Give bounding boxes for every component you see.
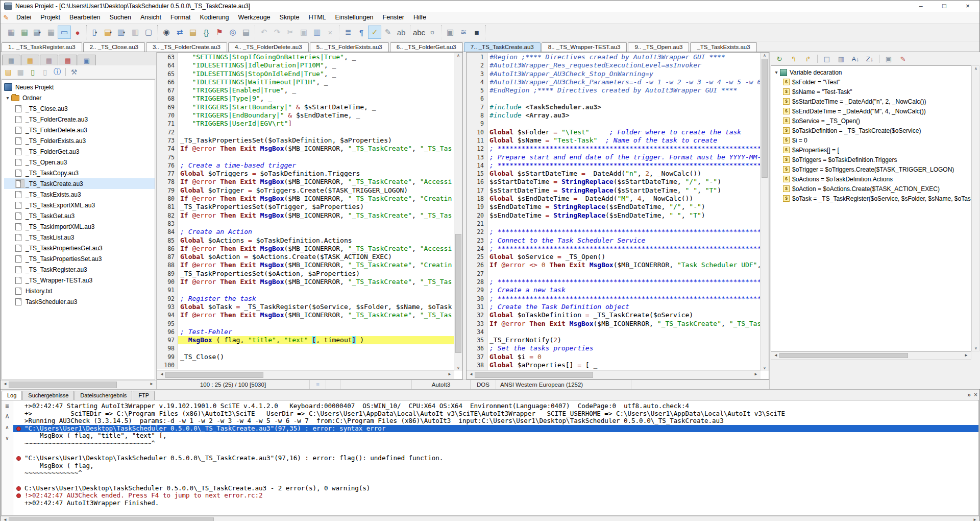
project-file-item[interactable]: _TS_TaskPropertiesSet.au3 <box>4 253 155 264</box>
project-file-item[interactable]: _TS_FolderDelete.au3 <box>4 125 155 135</box>
project-file-item[interactable]: _TS_TaskGet.au3 <box>4 210 155 221</box>
info-button[interactable]: ⓘ <box>52 66 63 78</box>
goto-brace-icon[interactable]: {} <box>200 26 213 39</box>
bookmark-icon[interactable]: ⚑ <box>213 26 226 39</box>
project-file-item[interactable]: _TS_Close.au3 <box>4 103 155 114</box>
project-file-item[interactable]: _TS_TaskImportXML.au3 <box>4 221 155 232</box>
log-output[interactable]: +>02:42:47 Starting AutoIt3Wrapper v.19.… <box>13 400 978 515</box>
menu-item-kodierung[interactable]: Kodierung <box>195 13 234 22</box>
project-file-item[interactable]: _TS_TaskCreate.au3 <box>4 178 155 189</box>
run-script-icon[interactable]: ▭ <box>58 26 71 39</box>
editor-left-hscrollbar[interactable]: ◄ ► <box>157 370 454 379</box>
menu-item-datei[interactable]: Datei <box>12 13 36 22</box>
variable-item[interactable]: $$oService = _TS_Open() <box>773 116 971 126</box>
scroll-left-icon[interactable]: ◄ <box>1 517 9 521</box>
file-tab[interactable]: 1.. _TS_TaskRegister.au3 <box>2 42 82 52</box>
menu-item-fenster[interactable]: Fenster <box>378 13 409 22</box>
variable-item[interactable]: $$i = 0 <box>773 135 971 145</box>
add-folder-button[interactable]: ▤ <box>3 66 14 78</box>
project-file-item[interactable]: _TS_TaskRegister.au3 <box>4 264 155 275</box>
special-char-icon[interactable]: ¤ <box>426 26 439 39</box>
scroll-down-icon[interactable]: ∨ <box>761 366 769 370</box>
dropdown-caret-icon[interactable]: ▾ <box>110 30 113 35</box>
log-expand-icon[interactable]: » <box>967 391 971 398</box>
file-tab[interactable]: 5.. _TS_FolderExists.au3 <box>310 42 389 52</box>
variables-vscrollbar[interactable]: ∧ ∨ <box>971 65 979 351</box>
open-file-icon[interactable]: ▤▾ <box>102 26 115 39</box>
editor-right[interactable]: 1#Region ;**** Directives created by Aut… <box>466 52 769 380</box>
file-tab[interactable]: _TS_TaskExists.au3 <box>690 42 756 52</box>
edit-vars-icon[interactable]: ✎ <box>896 53 910 64</box>
menu-item-hilfe[interactable]: Hilfe <box>409 13 431 22</box>
sort-desc-icon[interactable]: Z↓ <box>863 53 876 64</box>
chevron-down-icon[interactable]: ▾ <box>773 69 780 75</box>
menu-item-ansicht[interactable]: Ansicht <box>136 13 166 22</box>
settings-wrench-button[interactable]: ⚒ <box>68 66 80 78</box>
variable-item[interactable]: $$oTriggers = $oTaskDefinition.Triggers <box>773 155 971 164</box>
maximize-button[interactable]: □ <box>933 1 956 12</box>
log-tab-log[interactable]: Log <box>2 391 22 400</box>
variables-hscrollbar[interactable]: ◄ ► <box>771 351 971 360</box>
log-next-error-icon[interactable]: ∨ <box>5 435 9 441</box>
variable-item[interactable]: $$sName = "Test-Task" <box>773 87 971 97</box>
build-icon[interactable]: ▦▾ <box>31 26 44 39</box>
project-files-tab[interactable]: ▦ <box>2 55 20 65</box>
scroll-right-icon[interactable]: ► <box>446 372 454 376</box>
scroll-down-icon[interactable]: ∨ <box>454 366 462 370</box>
refresh-vars-icon[interactable]: ↻ <box>773 53 786 64</box>
scroll-right-icon[interactable]: ► <box>962 353 970 358</box>
editor-left[interactable]: 63 "SETTINGS|StopIfGoingOnBatteries|True… <box>157 52 463 380</box>
spell-check-icon[interactable]: abc <box>412 26 426 39</box>
print-icon[interactable]: ▤ <box>239 26 253 39</box>
log-line[interactable]: !>02:42:47 AU3Check ended. Press F4 to j… <box>13 492 978 500</box>
scroll-left-icon[interactable]: ◄ <box>158 372 166 376</box>
hscroll-thumb[interactable] <box>475 372 593 378</box>
log-hscrollbar[interactable]: ◄ ► <box>1 516 979 521</box>
project-file-item[interactable]: _TS_Wrapper-TEST.au3 <box>4 275 155 286</box>
minimize-button[interactable]: – <box>909 1 933 12</box>
variable-item[interactable]: $$oTask = _TS_TaskRegister($oService, $s… <box>773 194 971 203</box>
scroll-up-icon[interactable]: ∧ <box>454 53 462 58</box>
variable-item[interactable]: $$aProperties[] = [ <box>773 145 971 155</box>
log-line[interactable]: C:\Users\User1\Desktop\TaskScheduler 0.5… <box>13 485 978 492</box>
project-file-item[interactable]: _TS_TaskCopy.au3 <box>4 168 155 178</box>
package-button[interactable]: ▦ <box>15 66 26 78</box>
jump-next-icon[interactable]: ↱ <box>801 53 815 64</box>
menu-item-suchen[interactable]: Suchen <box>105 13 136 22</box>
compile-all-icon[interactable]: ▦ <box>44 26 58 39</box>
log-line[interactable] <box>13 477 978 485</box>
sort-asc-icon[interactable]: A↓ <box>849 53 862 64</box>
variable-item[interactable]: $$sEndDateTime = _DateAdd("M", 4, _NowCa… <box>773 106 971 116</box>
save-file-icon[interactable]: ▥▾ <box>115 26 129 39</box>
chevron-down-icon[interactable]: ▾ <box>4 95 11 101</box>
project-file-item[interactable]: TaskScheduler.au3 <box>4 296 155 307</box>
pencil-icon[interactable]: ✎ <box>1 14 12 21</box>
code-bars-icon[interactable]: ≋ <box>457 26 470 39</box>
file-tab[interactable]: 7.. _TS_TaskCreate.au3 <box>464 42 541 52</box>
menu-item-bearbeiten[interactable]: Bearbeiten <box>65 13 105 22</box>
hscroll-thumb[interactable] <box>779 353 908 358</box>
linked-folder-tab[interactable]: ▤ <box>40 55 58 65</box>
vscroll-thumb[interactable] <box>455 234 461 353</box>
zoom-icon[interactable]: ◎ <box>226 26 239 39</box>
scroll-up-icon[interactable]: ∧ <box>972 66 980 71</box>
save-all-icon[interactable]: ▥ <box>129 26 142 39</box>
indent-icon[interactable]: ≣ <box>341 26 355 39</box>
project-file-item[interactable]: _TS_Open.au3 <box>4 157 155 168</box>
add-file-button[interactable]: ▯ <box>27 66 38 78</box>
editor-left-text[interactable]: 63 "SETTINGS|StopIfGoingOnBatteries|True… <box>157 53 454 371</box>
jump-prev-icon[interactable]: ↰ <box>787 53 800 64</box>
variable-item[interactable]: $$oAction = $oActions.Create($TASK_ACTIO… <box>773 184 971 194</box>
project-hscroll-thumb[interactable] <box>9 382 117 388</box>
variable-item[interactable]: $$sFolder = "\Test" <box>773 77 971 87</box>
project-tree[interactable]: Neues Projekt▾Ordner_TS_Close.au3_TS_Fol… <box>2 79 155 380</box>
variable-item[interactable]: $$oActions = $oTaskDefinition.Actions <box>773 174 971 184</box>
collapse-all-icon[interactable]: ▥ <box>835 53 848 64</box>
scroll-left-icon[interactable]: ◄ <box>1 382 9 386</box>
log-tab-ftp[interactable]: FTP <box>133 391 155 400</box>
macro-record-icon[interactable]: ▣ <box>444 26 457 39</box>
vscroll-thumb[interactable] <box>762 59 768 178</box>
log-tab-dateisuchergebnis[interactable]: Dateisuchergebnis <box>75 391 132 400</box>
replace-icon[interactable]: ⇄ <box>173 26 186 39</box>
session-properties-icon[interactable]: ▢ <box>142 26 155 39</box>
